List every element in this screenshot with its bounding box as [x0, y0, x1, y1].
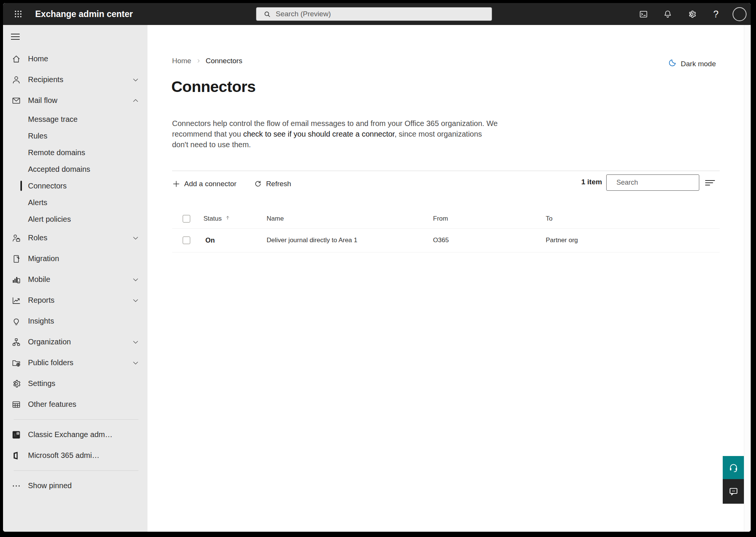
gear-icon: [687, 9, 697, 19]
chevron-down-icon: [132, 234, 139, 241]
sidebar-item-alert-policies[interactable]: Alert policies: [3, 211, 147, 227]
dark-mode-toggle[interactable]: Dark mode: [668, 58, 716, 69]
terminal-button[interactable]: [636, 6, 651, 22]
roles-icon: [11, 233, 21, 243]
app-title: Exchange admin center: [35, 9, 133, 19]
connectors-table: Status Name From To On Deliver journal d…: [172, 209, 720, 252]
sidebar-item-label: Mobile: [28, 275, 50, 284]
sidebar-item-connectors[interactable]: Connectors: [3, 177, 147, 194]
description-link-text[interactable]: check to see if you should create a conn…: [243, 130, 394, 138]
list-toolbar: Add a connector Refresh: [169, 175, 294, 193]
sidebar-item-mobile[interactable]: Mobile: [3, 269, 147, 290]
sidebar-item-label: Home: [28, 54, 48, 63]
sidebar-item-classic-exchange-admin[interactable]: E Classic Exchange adm…: [3, 424, 147, 445]
breadcrumb-home-link[interactable]: Home: [172, 57, 191, 65]
sidebar-item-label: Recipients: [28, 75, 63, 84]
exchange-logo-icon: E: [11, 430, 21, 440]
sidebar-item-alerts[interactable]: Alerts: [3, 194, 147, 211]
sidebar-item-organization[interactable]: Organization: [3, 332, 147, 352]
list-search-box[interactable]: [606, 174, 699, 191]
headset-icon: [728, 462, 739, 473]
breadcrumb-current: Connectors: [206, 57, 242, 65]
add-connector-label: Add a connector: [184, 180, 236, 188]
plus-icon: [172, 180, 180, 188]
collapse-nav-button[interactable]: [3, 25, 147, 48]
global-search-box[interactable]: [256, 7, 492, 21]
sidebar-item-message-trace[interactable]: Message trace: [3, 111, 147, 128]
page-title: Connectors: [171, 78, 256, 96]
chevron-down-icon: [132, 297, 139, 304]
sidebar-nav: Home Recipients Mail flow Message trace …: [3, 25, 147, 532]
app-window: Exchange admin center: [3, 3, 751, 532]
column-header-to[interactable]: To: [546, 215, 553, 223]
waffle-menu-icon: [14, 9, 23, 19]
column-header-name[interactable]: Name: [267, 215, 284, 223]
sidebar-item-label: Mail flow: [28, 96, 57, 105]
search-icon: [263, 10, 271, 18]
sidebar-item-label: Connectors: [28, 182, 67, 190]
help-button[interactable]: ?: [708, 6, 723, 22]
sidebar-item-migration[interactable]: Migration: [3, 248, 147, 269]
org-chart-icon: [11, 337, 21, 347]
sidebar-item-label: Migration: [28, 254, 59, 263]
global-search-input[interactable]: [276, 8, 492, 20]
refresh-icon: [254, 180, 262, 188]
column-header-status[interactable]: Status: [203, 215, 230, 223]
sidebar-item-label: Classic Exchange adm…: [28, 430, 112, 439]
mail-icon: [11, 96, 21, 106]
sidebar-item-other-features[interactable]: Other features: [3, 394, 147, 415]
sidebar-item-home[interactable]: Home: [3, 48, 147, 69]
ellipsis-icon: [11, 481, 21, 491]
cell-from: O365: [433, 237, 449, 244]
refresh-label: Refresh: [266, 180, 291, 188]
sidebar-item-roles[interactable]: Roles: [3, 227, 147, 248]
sidebar-item-recipients[interactable]: Recipients: [3, 69, 147, 90]
moon-icon: [668, 58, 677, 69]
sidebar-item-label: Settings: [28, 379, 55, 388]
migration-icon: [11, 254, 21, 264]
sidebar-item-remote-domains[interactable]: Remote domains: [3, 144, 147, 161]
hamburger-icon: [11, 32, 20, 42]
sidebar-item-reports[interactable]: Reports: [3, 290, 147, 311]
row-checkbox[interactable]: [183, 237, 190, 244]
list-search-input[interactable]: [616, 175, 704, 190]
column-header-label: Status: [203, 215, 222, 223]
sidebar-item-label: Show pinned: [28, 481, 72, 490]
sidebar-item-label: Organization: [28, 338, 71, 346]
cell-name[interactable]: Deliver journal directly to Area 1: [267, 237, 357, 244]
filter-button[interactable]: [703, 176, 717, 190]
column-header-from[interactable]: From: [433, 215, 448, 223]
table-divider: [172, 252, 720, 252]
chevron-down-icon: [132, 76, 139, 83]
sidebar-item-public-folders[interactable]: Public folders: [3, 352, 147, 373]
sidebar-item-label: Insights: [28, 317, 54, 325]
sidebar-item-settings[interactable]: Settings: [3, 373, 147, 394]
sort-ascending-icon: [225, 215, 230, 223]
scrollbar[interactable]: [744, 25, 751, 532]
chevron-down-icon: [132, 338, 139, 346]
sidebar-item-label: Message trace: [28, 115, 78, 124]
sidebar-item-mail-flow[interactable]: Mail flow: [3, 90, 147, 111]
refresh-button[interactable]: Refresh: [251, 177, 294, 190]
sidebar-item-microsoft-365-admin[interactable]: Microsoft 365 admi…: [3, 445, 147, 466]
sidebar-item-label: Roles: [28, 233, 47, 242]
avatar[interactable]: [733, 7, 747, 21]
sidebar-item-label: Other features: [28, 400, 76, 409]
sidebar-item-show-pinned[interactable]: Show pinned: [3, 475, 147, 496]
cell-status: On: [205, 237, 215, 244]
terminal-icon: [639, 9, 648, 19]
add-connector-button[interactable]: Add a connector: [169, 177, 239, 190]
feedback-button[interactable]: [723, 479, 744, 504]
notifications-button[interactable]: [660, 6, 675, 22]
sidebar-item-insights[interactable]: Insights: [3, 311, 147, 332]
sidebar-item-label: Reports: [28, 296, 54, 305]
sidebar-item-label: Public folders: [28, 358, 73, 367]
sidebar-item-accepted-domains[interactable]: Accepted domains: [3, 161, 147, 177]
settings-button[interactable]: [684, 6, 699, 22]
chevron-up-icon: [132, 97, 139, 104]
support-button[interactable]: [723, 456, 744, 479]
table-row[interactable]: On Deliver journal directly to Area 1 O3…: [172, 229, 720, 252]
select-all-checkbox[interactable]: [183, 215, 190, 223]
sidebar-item-rules[interactable]: Rules: [3, 128, 147, 144]
app-launcher-button[interactable]: [11, 6, 26, 22]
